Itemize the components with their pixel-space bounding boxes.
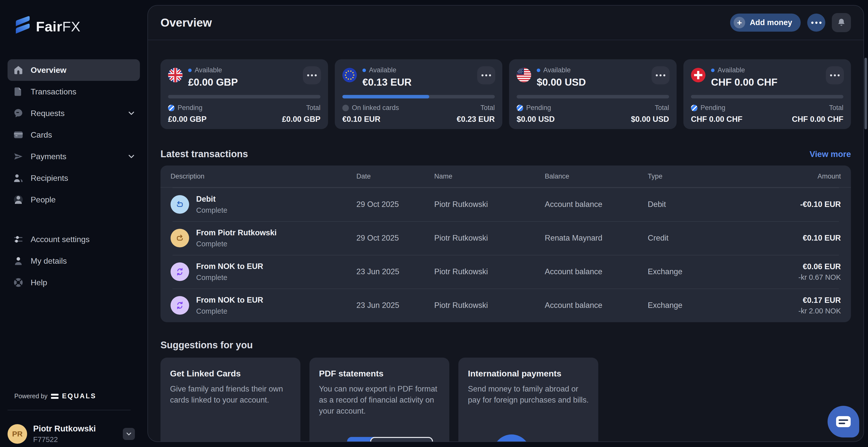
sidebar-item-account-settings[interactable]: Account settings — [7, 228, 140, 250]
sidebar-item-label: My details — [31, 256, 67, 266]
sidebar-item-payments[interactable]: Payments — [7, 146, 140, 167]
sidebar-nav: Overview Transactions Requests Cards — [7, 59, 140, 293]
sidebar-item-requests[interactable]: Requests — [7, 102, 140, 124]
transaction-type: Credit — [648, 233, 746, 243]
bell-icon — [836, 18, 846, 28]
transaction-type: Exchange — [648, 267, 746, 276]
column-date: Date — [356, 172, 434, 180]
sidebar-item-transactions[interactable]: Transactions — [7, 81, 140, 102]
sidebar-item-my-details[interactable]: My details — [7, 250, 140, 272]
suggestion-title: International payments — [468, 369, 589, 378]
account-cards: Available £0.00 GBP Pending £0.00 GBP To… — [160, 59, 851, 129]
add-money-label: Add money — [750, 18, 792, 27]
account-more-button[interactable] — [826, 66, 844, 84]
available-value: CHF 0.00 CHF — [711, 76, 778, 88]
user-name: Piotr Rutkowski — [33, 424, 123, 434]
account-more-button[interactable] — [477, 66, 495, 84]
transaction-title: From NOK to EUR — [196, 295, 263, 305]
account-more-button[interactable] — [303, 66, 321, 84]
total-label: Total — [655, 104, 669, 112]
user-menu-button[interactable] — [123, 428, 135, 440]
pending-label: Pending — [701, 104, 725, 112]
account-card-chf: Available CHF 0.00 CHF Pending CHF 0.00 … — [683, 59, 851, 129]
table-row[interactable]: From Piotr Rutkowski Complete 29 Oct 202… — [160, 221, 851, 255]
view-more-link[interactable]: View more — [810, 150, 851, 159]
suggestion-card-international-payments[interactable]: International payments Send money to fam… — [458, 358, 598, 442]
header-more-button[interactable] — [807, 13, 825, 32]
suggestion-card-linked-cards[interactable]: Get Linked Cards Give family and friends… — [160, 358, 300, 442]
us-flag-icon — [517, 68, 531, 83]
page-header: Overview + Add money — [148, 5, 864, 40]
suggestion-card-pdf-statements[interactable]: PDF statements You can now export in PDF… — [309, 358, 449, 442]
sidebar-item-label: Recipients — [31, 173, 68, 183]
table-row[interactable]: Debit Complete 29 Oct 2025 Piotr Rutkows… — [160, 188, 851, 221]
linked-cards-label: On linked cards — [352, 104, 399, 112]
available-value: £0.00 GBP — [188, 76, 238, 88]
table-row[interactable]: From NOK to EUR Complete 23 Jun 2025 Pio… — [160, 255, 851, 289]
balance-progress — [517, 95, 669, 98]
table-row[interactable]: From NOK to EUR Complete 23 Jun 2025 Pio… — [160, 289, 851, 322]
transaction-status: Complete — [196, 240, 277, 248]
available-dot — [363, 69, 366, 72]
pending-value: $0.00 USD — [517, 115, 555, 124]
suggestion-body: Send money to family abroad or pay for f… — [468, 383, 589, 406]
pending-value: £0.00 GBP — [168, 115, 207, 124]
balance-progress — [168, 95, 320, 98]
chevron-down-icon — [127, 152, 136, 161]
total-label: Total — [829, 104, 843, 112]
user-profile: PR Piotr Rutkowski F77522 — [7, 424, 135, 444]
person-icon — [12, 255, 24, 267]
page-title: Overview — [160, 16, 730, 29]
total-value: CHF 0.00 CHF — [792, 115, 843, 124]
sidebar-item-label: Cards — [31, 130, 52, 140]
available-label: Available — [718, 66, 745, 74]
account-more-button[interactable] — [651, 66, 670, 84]
sidebar-item-recipients[interactable]: Recipients — [7, 167, 140, 189]
sidebar-item-overview[interactable]: Overview — [7, 59, 140, 81]
available-label: Available — [543, 66, 570, 74]
transaction-date: 29 Oct 2025 — [356, 200, 434, 209]
transfer-in-icon — [170, 229, 189, 247]
transaction-amount-secondary: -kr 0.67 NOK — [746, 273, 841, 282]
sidebar-divider — [7, 410, 131, 410]
suggestion-cards: Get Linked Cards Give family and friends… — [160, 358, 851, 442]
suggestion-title: PDF statements — [319, 369, 440, 378]
main-panel: Overview + Add money — [148, 5, 864, 442]
transaction-type: Debit — [648, 200, 746, 209]
available-dot — [537, 69, 540, 72]
linked-cards-icon — [342, 105, 349, 111]
pending-icon — [517, 105, 523, 111]
balance-progress — [342, 95, 495, 98]
lifebuoy-icon — [12, 277, 24, 288]
column-type: Type — [648, 172, 746, 180]
add-money-button[interactable]: + Add money — [730, 13, 801, 32]
chat-icon — [836, 416, 851, 427]
available-value: €0.13 EUR — [363, 76, 412, 88]
balance-progress — [691, 95, 843, 98]
total-value: $0.00 USD — [631, 115, 669, 124]
sidebar-item-help[interactable]: Help — [7, 272, 140, 293]
powered-by-label: Powered by — [14, 392, 48, 400]
transaction-date: 23 Jun 2025 — [356, 267, 434, 276]
transaction-amount: -€0.10 EUR — [746, 200, 841, 209]
chat-support-button[interactable] — [828, 406, 859, 438]
column-amount: Amount — [746, 172, 841, 180]
recipients-icon — [12, 172, 24, 184]
card-icon — [12, 129, 24, 140]
swiss-flag-icon — [691, 68, 706, 83]
transaction-name: Piotr Rutkowski — [434, 200, 545, 209]
sidebar-item-label: Payments — [31, 152, 66, 161]
pending-value: CHF 0.00 CHF — [691, 115, 742, 124]
scrollbar-thumb[interactable] — [865, 58, 867, 129]
transactions-section-title: Latest transactions — [160, 149, 248, 159]
transaction-balance: Account balance — [545, 301, 648, 310]
sidebar-item-cards[interactable]: Cards — [7, 124, 140, 146]
pending-label: Pending — [526, 104, 551, 112]
available-label: Available — [195, 66, 222, 74]
notifications-button[interactable] — [832, 13, 851, 32]
total-value: £0.00 GBP — [282, 115, 320, 124]
chat-request-icon — [12, 107, 24, 119]
sidebar-item-people[interactable]: People — [7, 189, 140, 211]
suggestion-body: You can now export in PDF format as a re… — [319, 383, 440, 417]
sidebar-item-label: Account settings — [31, 235, 90, 244]
